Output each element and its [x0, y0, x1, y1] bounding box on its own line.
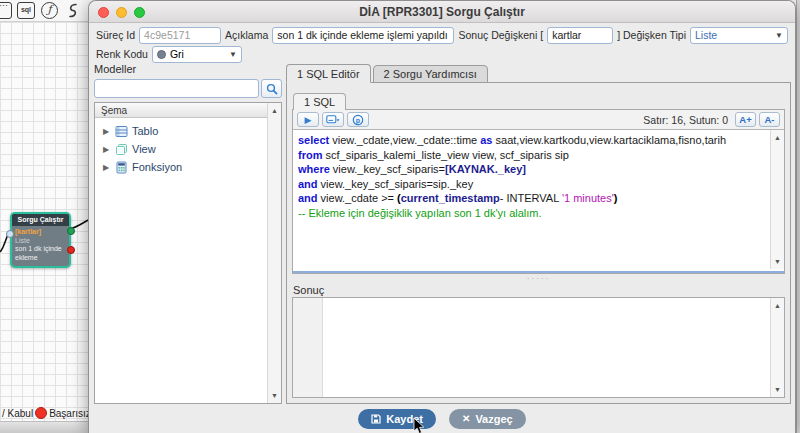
expand-arrow-icon[interactable]: ▶ — [103, 145, 111, 154]
result-scrollbar[interactable]: ▲ ▼ — [770, 298, 784, 397]
tree-scrollbar[interactable]: ▲ ▼ — [267, 103, 281, 403]
scroll-down-icon[interactable]: ▼ — [268, 389, 281, 402]
renk-kodu-label: Renk Kodu — [96, 48, 148, 60]
subtab-sql[interactable]: 1 SQL — [293, 93, 346, 110]
tree-item-label: View — [132, 143, 156, 155]
svg-text:p: p — [356, 116, 360, 124]
cancel-button[interactable]: ✕ Vazgeç — [449, 409, 526, 429]
schema-tree-header: Şema — [95, 103, 281, 118]
renk-kodu-value: Gri — [170, 48, 225, 60]
screen: sql ƒ Sorgu Çalıştır [kartlar] Liste son… — [0, 0, 800, 433]
dialog-title: DİA [RPR3301] Sorgu Çalıştır — [89, 1, 795, 23]
font-decrease-button[interactable]: A- — [759, 112, 780, 127]
sql-code-editor[interactable]: select view._cdate,view._cdate::time as … — [293, 129, 784, 273]
node-title: Sorgu Çalıştır — [12, 214, 69, 226]
scroll-up-icon[interactable]: ▲ — [268, 104, 281, 117]
main-tabs: 1 SQL Editör 2 Sorgu Yardımcısı — [286, 64, 488, 83]
tab-content: 1 SQL ▶ p Satır: 16, Sutun: 0 A+ A- — [286, 82, 791, 404]
tab-sql-editor[interactable]: 1 SQL Editör — [286, 64, 371, 83]
sql-editor-box: ▶ p Satır: 16, Sutun: 0 A+ A- select — [292, 109, 785, 274]
floppy-disk-icon — [371, 414, 381, 424]
code-scrollbar[interactable]: ▲ ▼ — [770, 130, 784, 269]
sonuc-label: Sonuç — [293, 284, 324, 296]
degisken-tipi-label: ] Değişken Tipi — [617, 29, 686, 41]
success-port[interactable] — [67, 227, 75, 235]
node-description-line1: son 1 dk içinde — [15, 245, 66, 254]
input-port[interactable] — [6, 230, 14, 238]
tree-item-tablo[interactable]: ▶ Tablo — [95, 122, 281, 140]
fail-port[interactable] — [67, 246, 75, 254]
output-options-button[interactable] — [322, 112, 344, 127]
tree-item-view[interactable]: ▶ View — [95, 140, 281, 158]
view-icon — [115, 143, 128, 156]
scroll-down-icon[interactable]: ▼ — [771, 255, 784, 268]
scroll-down-icon[interactable]: ▼ — [771, 383, 784, 396]
scroll-up-icon[interactable]: ▲ — [771, 299, 784, 312]
legend-left-text: / Kabul — [2, 408, 33, 419]
modeller-title: Modeller — [94, 63, 282, 76]
expand-arrow-icon[interactable]: ▶ — [103, 127, 111, 136]
surec-id-field[interactable] — [139, 27, 221, 44]
result-area[interactable]: ▲ ▼ — [292, 297, 785, 398]
tree-item-label: Tablo — [132, 125, 158, 137]
splitter-handle[interactable]: ····· — [287, 276, 790, 284]
renk-kodu-select[interactable]: Gri ▼ — [152, 46, 242, 63]
degisken-tipi-select[interactable]: Liste ▼ — [690, 27, 788, 44]
mouse-cursor-icon — [413, 418, 426, 433]
dialog-titlebar[interactable]: DİA [RPR3301] Sorgu Çalıştır — [89, 1, 795, 23]
fail-status-icon — [35, 407, 47, 419]
parameters-button[interactable]: p — [347, 112, 369, 127]
aciklama-label: Açıklama — [225, 29, 268, 41]
sonuc-degiskeni-field[interactable] — [547, 27, 613, 44]
calculator-icon — [115, 161, 128, 174]
x-icon: ✕ — [462, 413, 470, 424]
editor-panel: 1 SQL Editör 2 Sorgu Yardımcısı 1 SQL ▶ … — [286, 63, 791, 404]
sql-code: select view._cdate,view._cdate::time as … — [298, 133, 768, 220]
degisken-tipi-value: Liste — [695, 29, 771, 41]
gray-color-dot-icon — [157, 50, 166, 59]
modeller-panel: Modeller Şema ▶ Tablo ▶ — [94, 63, 282, 404]
status-legend: / Kabul Başarısız / — [2, 405, 96, 421]
expand-arrow-icon[interactable]: ▶ — [103, 163, 111, 172]
form-area: Süreç Id Açıklama Sonuç Değişkeni [ ] De… — [89, 24, 795, 63]
output-window-icon — [326, 115, 340, 125]
sql-toolbar: ▶ p Satır: 16, Sutun: 0 A+ A- — [293, 110, 784, 129]
chevron-down-icon: ▼ — [229, 50, 237, 59]
node-type: Liste — [15, 237, 66, 246]
sorgu-calistir-node[interactable]: Sorgu Çalıştır [kartlar] Liste son 1 dk … — [10, 212, 71, 268]
tab-sorgu-yardimcisi[interactable]: 2 Sorgu Yardımcısı — [373, 65, 488, 83]
chevron-down-icon: ▼ — [775, 31, 783, 40]
cursor-position: Satır: 16, Sutun: 0 — [643, 114, 728, 126]
model-search-input[interactable] — [94, 79, 259, 98]
result-gutter — [293, 298, 323, 397]
window-bottom-edge — [0, 421, 88, 433]
run-query-button[interactable]: ▶ — [297, 112, 319, 127]
table-icon — [115, 125, 128, 138]
search-icon — [266, 83, 278, 95]
node-variable: [kartlar] — [15, 228, 66, 237]
scroll-up-icon[interactable]: ▲ — [771, 131, 784, 144]
schema-tree[interactable]: Şema ▶ Tablo ▶ View ▶ Fon — [94, 102, 282, 404]
window-right-edge — [796, 0, 800, 433]
search-button[interactable] — [261, 79, 282, 98]
tree-item-fonksiyon[interactable]: ▶ Fonksiyon — [95, 158, 281, 176]
node-description-line2: ekleme — [15, 254, 66, 263]
tree-item-label: Fonksiyon — [132, 161, 182, 173]
surec-id-label: Süreç Id — [96, 29, 135, 41]
sonuc-degiskeni-label: Sonuç Değişkeni [ — [458, 29, 543, 41]
dialog-footer: Kaydet ✕ Vazgeç — [89, 404, 795, 433]
circle-p-icon: p — [352, 114, 364, 126]
play-icon: ▶ — [305, 115, 312, 125]
sorgu-calistir-dialog: DİA [RPR3301] Sorgu Çalıştır Süreç Id Aç… — [88, 0, 796, 433]
font-increase-button[interactable]: A+ — [735, 112, 756, 127]
aciklama-field[interactable] — [272, 27, 454, 44]
